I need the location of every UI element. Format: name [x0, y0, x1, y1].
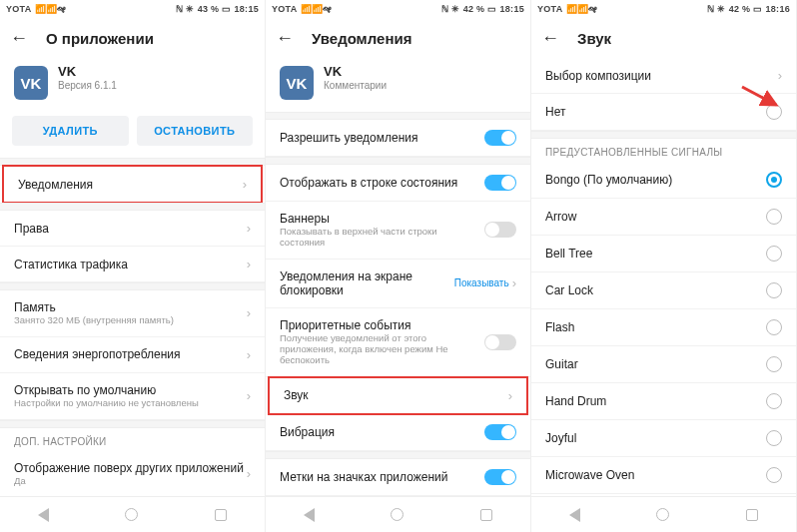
row-allow-notif[interactable]: Разрешить уведомления [266, 120, 530, 157]
radio-sound[interactable] [766, 209, 782, 225]
row-memory[interactable]: Память Занято 320 МБ (внутренняя память)… [0, 290, 265, 337]
carrier: YOTA [272, 4, 298, 14]
radio-sound[interactable] [766, 430, 782, 446]
sound-label: Hand Drum [545, 394, 606, 408]
nfc-icon: ℕ [176, 4, 183, 14]
row-overlay[interactable]: Отображение поверх других приложений Да … [0, 451, 265, 496]
radio-sound[interactable] [766, 282, 782, 298]
row-badges[interactable]: Метки на значках приложений [266, 459, 530, 496]
row-notifications[interactable]: Уведомления › [2, 165, 263, 204]
nav-home-icon[interactable] [125, 508, 138, 521]
navbar [266, 496, 530, 532]
screen-sound: YOTA📶📶🛩 ℕ✳42 % ▭18:16 ← Звук Выбор компо… [531, 0, 797, 532]
statusbar: YOTA📶📶🛩 ℕ✳42 % ▭18:16 [531, 0, 796, 18]
time: 18:16 [765, 4, 790, 14]
annotation-arrow-icon [740, 85, 782, 113]
row-sublabel: Да [14, 476, 244, 487]
row-label: Выбор композиции [545, 69, 651, 83]
toggle-allow[interactable] [484, 130, 516, 146]
nav-home-icon[interactable] [656, 508, 669, 521]
sound-label: Bongo (По умолчанию) [545, 173, 672, 187]
row-power[interactable]: Сведения энергопотребления › [0, 337, 265, 373]
row-label: Открывать по умолчанию [14, 383, 199, 397]
section-extra-title: ДОП. НАСТРОЙКИ [0, 428, 265, 451]
toggle-banners[interactable] [484, 222, 516, 238]
nav-recent-icon[interactable] [746, 509, 758, 521]
row-sound-option[interactable]: Arrow [531, 199, 796, 236]
navbar [531, 496, 796, 532]
radio-sound[interactable] [766, 467, 782, 483]
row-sound-option[interactable]: Bell Tree [531, 236, 796, 272]
row-permissions[interactable]: Права › [0, 211, 265, 247]
row-status-bar[interactable]: Отображать в строке состояния [266, 165, 530, 202]
header: ← Уведомления [266, 18, 530, 58]
toggle-vibra[interactable] [484, 424, 516, 440]
nav-back-icon[interactable] [38, 508, 49, 522]
time: 18:15 [499, 4, 524, 14]
app-channel: Комментарии [324, 80, 387, 91]
sound-label: Car Lock [545, 283, 593, 297]
row-label: Сведения энергопотребления [14, 347, 181, 361]
screen-notifications: YOTA📶📶🛩 ℕ✳42 % ▭18:15 ← Уведомления VK V… [266, 0, 531, 532]
statusbar: YOTA📶📶🛩 ℕ✳42 % ▭18:15 [266, 0, 530, 18]
chevron-right-icon: › [247, 305, 251, 320]
chevron-right-icon: › [247, 347, 251, 362]
row-sound-option[interactable]: Flash [531, 309, 796, 346]
radio-sound[interactable] [766, 172, 782, 188]
sound-label: Guitar [545, 357, 578, 371]
bt-icon: ✳ [717, 4, 725, 14]
svg-line-0 [742, 87, 776, 105]
sound-label: Flash [545, 320, 574, 334]
back-icon[interactable]: ← [10, 28, 28, 49]
row-label: Звук [284, 388, 309, 402]
row-sound-option[interactable]: Car Lock [531, 272, 796, 309]
row-label: Нет [545, 105, 565, 119]
row-vibration[interactable]: Вибрация [266, 414, 530, 451]
row-banners[interactable]: Баннеры Показывать в верхней части строк… [266, 202, 530, 260]
radio-sound[interactable] [766, 393, 782, 409]
row-label: Разрешить уведомления [280, 131, 418, 145]
row-lockscreen[interactable]: Уведомления на экране блокировки Показыв… [266, 260, 530, 308]
nav-home-icon[interactable] [391, 508, 403, 521]
radio-sound[interactable] [766, 356, 782, 372]
radio-sound[interactable] [766, 319, 782, 335]
battery: 42 % ▭ [463, 4, 497, 14]
row-label: Уведомления на экране блокировки [280, 269, 429, 297]
nfc-icon: ℕ [441, 4, 448, 14]
header: ← О приложении [0, 18, 265, 58]
navbar [0, 496, 265, 532]
toggle-status[interactable] [484, 175, 516, 191]
row-priority[interactable]: Приоритетные события Получение уведомлен… [266, 308, 530, 377]
back-icon[interactable]: ← [276, 28, 294, 49]
row-traffic[interactable]: Статистика трафика › [0, 247, 265, 282]
nav-recent-icon[interactable] [480, 509, 492, 521]
app-info: VK VK Версия 6.1.1 [0, 58, 265, 112]
radio-sound[interactable] [766, 246, 782, 262]
page-title: О приложении [46, 30, 154, 47]
row-sound-option[interactable]: Microwave Oven [531, 457, 796, 494]
toggle-priority[interactable] [484, 334, 516, 350]
time: 18:15 [234, 4, 259, 14]
toggle-badges[interactable] [484, 469, 516, 485]
section-preset-title: ПРЕДУСТАНОВЛЕННЫЕ СИГНАЛЫ [531, 139, 796, 162]
nav-recent-icon[interactable] [215, 509, 227, 521]
row-sound-option[interactable]: Guitar [531, 346, 796, 383]
force-stop-button[interactable]: ОСТАНОВИТЬ [137, 116, 254, 146]
chevron-right-icon: › [247, 466, 251, 481]
row-default-open[interactable]: Открывать по умолчанию Настройки по умол… [0, 373, 265, 420]
nav-back-icon[interactable] [569, 508, 580, 522]
nav-back-icon[interactable] [304, 508, 315, 522]
back-icon[interactable]: ← [541, 28, 559, 49]
row-sound-option[interactable]: Bongo (По умолчанию) [531, 162, 796, 199]
row-sound[interactable]: Звук › [268, 376, 528, 415]
chevron-right-icon: › [247, 257, 251, 271]
uninstall-button[interactable]: УДАЛИТЬ [12, 116, 129, 146]
chevron-right-icon: › [247, 388, 251, 403]
nfc-icon: ℕ [707, 4, 714, 14]
page-title: Звук [577, 30, 611, 47]
row-sublabel: Занято 320 МБ (внутренняя память) [14, 315, 174, 326]
app-name: VK [324, 64, 387, 79]
row-sound-option[interactable]: Hand Drum [531, 383, 796, 420]
chevron-right-icon: › [243, 177, 247, 192]
row-sound-option[interactable]: Joyful [531, 420, 796, 457]
